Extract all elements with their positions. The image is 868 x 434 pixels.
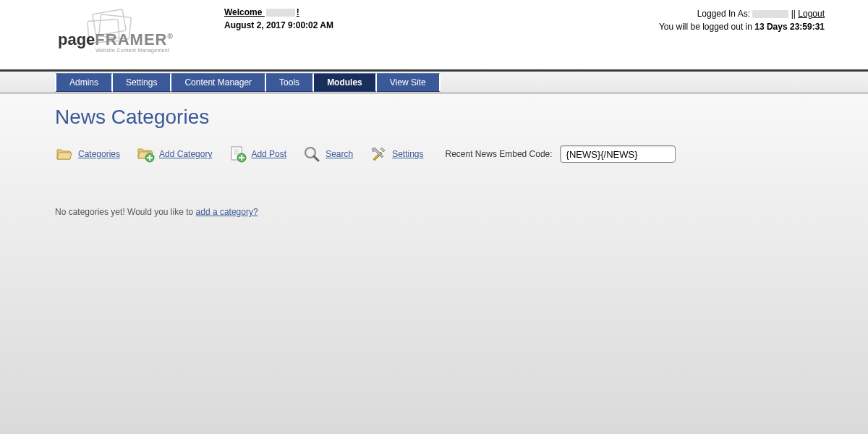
separator: || — [788, 9, 798, 19]
logo-area: pageFRAMER® Website Content Management — [58, 7, 217, 69]
username-redacted — [266, 9, 295, 17]
page-title: News Categories — [55, 106, 813, 129]
embed-code-label: Recent News Embed Code: — [446, 149, 553, 159]
add-post-link: Add Post — [251, 149, 286, 159]
tab-admins[interactable]: Admins — [55, 73, 113, 92]
settings-link: Settings — [392, 149, 423, 159]
user-redacted — [752, 10, 788, 18]
logged-in-label: Logged In As: — [697, 9, 753, 19]
nav-tabs: Admins Settings Content Manager Tools Mo… — [55, 71, 868, 92]
welcome-text: Welcome ! — [224, 7, 299, 17]
main-nav: Admins Settings Content Manager Tools Mo… — [0, 69, 868, 93]
tool-search[interactable]: Search — [302, 145, 353, 163]
add-category-link: Add Category — [159, 149, 212, 159]
session-countdown: You will be logged out in 13 Days 23:59:… — [659, 22, 825, 32]
svg-line-11 — [314, 156, 318, 161]
session-remaining: 13 Days 23:59:31 — [754, 22, 825, 32]
empty-prefix: No categories yet! Would you like to — [55, 207, 196, 217]
page-header: pageFRAMER® Website Content Management W… — [0, 0, 868, 69]
folder-add-icon — [136, 145, 155, 163]
search-icon — [302, 145, 321, 163]
date-time: August 2, 2017 9:00:02 AM — [224, 20, 659, 30]
logo: pageFRAMER® Website Content Management — [58, 7, 188, 65]
toolbar: Categories Add Category Add Post Search … — [55, 145, 813, 163]
categories-link: Categories — [78, 149, 120, 159]
tool-settings[interactable]: Settings — [369, 145, 423, 163]
tab-content-manager[interactable]: Content Manager — [171, 73, 266, 92]
logo-text: pageFRAMER® — [58, 30, 173, 49]
tab-tools[interactable]: Tools — [266, 73, 314, 92]
tab-view-site[interactable]: View Site — [377, 73, 441, 92]
login-status: Logged In As: || Logout — [659, 9, 825, 19]
tab-modules[interactable]: Modules — [314, 73, 377, 92]
svg-point-10 — [307, 150, 313, 156]
session-block: Logged In As: || Logout You will be logg… — [659, 7, 825, 69]
tool-add-category[interactable]: Add Category — [136, 145, 212, 163]
welcome-prefix: Welcome — [224, 7, 265, 17]
logout-link[interactable]: Logout — [798, 9, 825, 19]
empty-message: No categories yet! Would you like to add… — [55, 207, 813, 217]
tools-icon — [369, 145, 388, 163]
search-link: Search — [326, 149, 353, 159]
page-add-icon — [228, 145, 247, 163]
welcome-suffix: ! — [297, 7, 299, 17]
content-area: News Categories Categories Add Category … — [0, 93, 868, 434]
add-category-inline-link[interactable]: add a category? — [196, 207, 258, 217]
welcome-block: Welcome ! August 2, 2017 9:00:02 AM — [217, 7, 659, 69]
tool-add-post[interactable]: Add Post — [228, 145, 286, 163]
folder-icon — [55, 145, 74, 163]
embed-code-input[interactable] — [560, 145, 676, 163]
session-prefix: You will be logged out in — [659, 22, 754, 32]
logo-subtitle: Website Content Management — [95, 48, 169, 53]
tab-settings[interactable]: Settings — [113, 73, 171, 92]
tool-categories[interactable]: Categories — [55, 145, 120, 163]
